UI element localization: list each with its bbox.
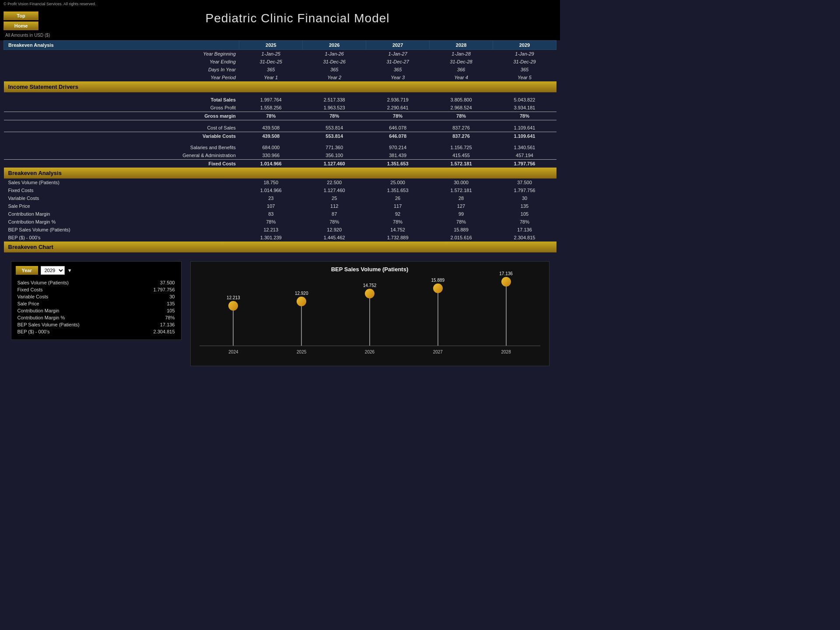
gross-profit-row: Gross Profit 1.558.256 1.963.523 2.290.6… [4,104,556,112]
chart-left-panel: Year 2025 2026 2027 2028 2029 ▼ [11,261,182,340]
bar-line-2026 [369,298,370,346]
spacer2 [4,120,556,124]
breakeven-analysis-subheader: Breakeven Analysis [4,168,556,178]
spacer1 [4,92,556,96]
year-dropdown[interactable]: 2025 2026 2027 2028 2029 [41,266,65,275]
fixed-costs-row: Fixed Costs 1.014.966 1.127.460 1.351.65… [4,159,556,168]
page-title: Pediatric Clinic Financial Model [38,11,556,25]
breakeven-chart-subheader: Breakeven Chart [4,242,556,252]
bea-sale-price-row: Sale Price 107 112 117 127 135 [4,202,556,210]
lp-sale-price: Sale Price 135 [16,300,177,307]
bar-chart-labels: 2024 2025 2026 2027 2028 [200,346,540,354]
bar-line-2028 [506,287,507,346]
salaries-row: Salaries and Benefits 684.000 771.360 97… [4,144,556,151]
bar-2027: 15.889 [431,278,444,346]
lp-contribution-margin: Contribution Margin 105 [16,307,177,314]
year-label-button[interactable]: Year [16,266,38,275]
dropdown-icon: ▼ [67,268,72,273]
top-bar: © Profit Vision Financial Services. All … [0,0,560,40]
year-2025-header: 2025 [239,41,303,50]
bar-line-2027 [438,293,438,346]
total-sales-row: Total Sales 1.997.764 2.517.338 2.936.71… [4,96,556,104]
bar-dot-2028 [501,277,511,287]
bea-sales-volume-row: Sales Volume (Patients) 18.750 22.500 25… [4,178,556,186]
bar-2024: 12.213 [227,295,240,346]
year-selector: Year 2025 2026 2027 2028 2029 ▼ [16,266,177,275]
gross-margin-row: Gross margin 78% 78% 78% 78% 78% [4,112,556,120]
spacer3 [4,140,556,144]
bar-2028: 17.136 [499,271,513,346]
bea-bep-dollars-row: BEP ($) - 000's 1.301.239 1.445.462 1.73… [4,234,556,242]
home-button[interactable]: Home [4,21,38,30]
breakeven-header: Breakeven Analysis [4,41,239,50]
income-statement-subheader: Income Statement Drivers [4,81,556,92]
chart-title: BEP Sales Volume (Patients) [200,266,540,273]
bar-2025: 12.920 [295,291,308,346]
year-period-row: Year Period Year 1 Year 2 Year 3 Year 4 … [4,74,556,81]
lp-variable-costs: Variable Costs 30 [16,293,177,300]
bar-dot-2025 [297,297,306,306]
days-in-year-row: Days In Year 365 365 365 366 365 [4,66,556,74]
lp-bep-dollars: BEP ($) - 000's 2.304.815 [16,328,177,335]
variable-costs-row: Variable Costs 439.508 553.814 646.078 8… [4,132,556,140]
bea-fixed-costs-row: Fixed Costs 1.014.966 1.127.460 1.351.65… [4,186,556,194]
year-beginning-row: Year Beginning 1-Jan-25 1-Jan-26 1-Jan-2… [4,50,556,58]
main-table: Breakeven Analysis 2025 2026 2027 2028 2… [4,40,556,375]
year-2028-header: 2028 [430,41,493,50]
lp-fixed-costs: Fixed Costs 1.797.756 [16,286,177,293]
year-2027-header: 2027 [366,41,430,50]
bar-line-2024 [233,311,234,346]
bea-contribution-margin-pct-row: Contribution Margin % 78% 78% 78% 78% 78… [4,218,556,226]
bar-2026: 14.752 [363,283,377,346]
bea-bep-sales-volume-row: BEP Sales Volume (Patients) 12.213 12.92… [4,226,556,234]
lp-contribution-margin-pct: Contribution Margin % 78% [16,314,177,321]
copyright-text: © Profit Vision Financial Services. All … [4,2,96,6]
cost-of-sales-row: Cost of Sales 439.508 553.814 646.078 83… [4,124,556,132]
currency-note: All Amounts in USD ($) [5,33,50,38]
year-2026-header: 2026 [303,41,366,50]
main-content: Breakeven Analysis 2025 2026 2027 2028 2… [0,40,560,384]
year-2029-header: 2029 [493,41,556,50]
lp-bep-sales-volume: BEP Sales Volume (Patients) 17.136 [16,321,177,328]
year-ending-row: Year Ending 31-Dec-25 31-Dec-26 31-Dec-2… [4,58,556,66]
bea-variable-costs-row: Variable Costs 23 25 26 28 30 [4,194,556,202]
chart-row: Year 2025 2026 2027 2028 2029 ▼ [4,252,556,375]
bea-contribution-margin-row: Contribution Margin 83 87 92 99 105 [4,210,556,218]
top-button[interactable]: Top [4,11,38,20]
bar-line-2025 [301,306,302,346]
bar-chart-area: 12.213 12.920 [200,276,540,346]
bar-dot-2027 [433,284,443,293]
lp-sales-volume: Sales Volume (Patients) 37.500 [16,279,177,286]
bar-dot-2024 [228,301,238,311]
bar-dot-2026 [365,289,374,298]
gen-admin-row: General & Administration 330.966 356.100… [4,151,556,160]
bar-chart-panel: BEP Sales Volume (Patients) 12.213 [190,261,550,366]
